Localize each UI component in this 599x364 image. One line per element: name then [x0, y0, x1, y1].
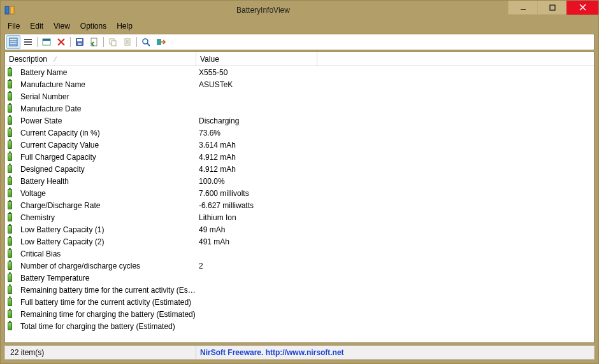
refresh-button[interactable] [87, 35, 101, 49]
battery-icon [8, 141, 18, 149]
table-row[interactable]: Critical Bias [5, 248, 594, 260]
menu-help[interactable]: Help [112, 20, 138, 32]
find-icon [141, 37, 151, 47]
copy-icon [108, 37, 118, 47]
battery-icon [8, 153, 18, 161]
row-description: Power State [18, 116, 196, 125]
row-value: Discharging [196, 116, 591, 125]
status-bar: 22 item(s) NirSoft Freeware. http://www.… [4, 346, 595, 360]
row-description: Voltage [18, 189, 196, 198]
save-button[interactable] [73, 35, 87, 49]
row-description: Manufacture Name [18, 80, 196, 89]
menu-file[interactable]: File [3, 20, 25, 32]
battery-icon [8, 177, 18, 185]
row-value: 100.0% [196, 177, 591, 186]
row-description: Charge/Discharge Rate [18, 201, 196, 210]
view-details-button[interactable] [6, 35, 20, 49]
table-row[interactable]: Low Battery Capacity (2)491 mAh [5, 235, 594, 248]
table-row[interactable]: Manufacture NameASUSTeK [5, 78, 594, 90]
row-description: Full Charged Capacity [18, 153, 196, 162]
list-view-icon [23, 37, 33, 47]
delete-button[interactable] [54, 35, 68, 49]
row-description: Battery Temperature [18, 274, 196, 283]
svg-rect-23 [112, 41, 116, 46]
copy-all-button[interactable] [120, 35, 134, 49]
battery-icon [8, 274, 18, 282]
toolbar-separator [135, 35, 138, 49]
table-row[interactable]: Total time for charging the battery (Est… [5, 320, 594, 332]
svg-rect-19 [77, 39, 82, 41]
row-description: Serial Number [18, 92, 196, 101]
toolbar-separator [102, 35, 105, 49]
window-title: BatteryInfoView [18, 1, 508, 20]
battery-icon [8, 262, 18, 270]
minimize-button[interactable] [508, 1, 537, 15]
row-value: Lithium Ion [196, 213, 591, 222]
menu-options[interactable]: Options [75, 20, 112, 32]
table-row[interactable]: Designed Capacity4.912 mAh [5, 163, 594, 175]
copy-button[interactable] [106, 35, 120, 49]
battery-icon [8, 129, 18, 137]
maximize-button[interactable] [537, 1, 567, 15]
details-view-icon [8, 37, 18, 47]
menu-view[interactable]: View [48, 20, 75, 32]
toolbar-container [1, 32, 598, 52]
properties-button[interactable] [40, 35, 54, 49]
table-row[interactable]: Full Charged Capacity4.912 mAh [5, 151, 594, 163]
column-header-value[interactable]: Value [196, 52, 317, 66]
table-row[interactable]: Current Capacity (in %)73.6% [5, 127, 594, 139]
table-row[interactable]: Manufacture Date [5, 102, 594, 115]
battery-icon [8, 104, 18, 113]
table-row[interactable]: Number of charge/discharge cycles2 [5, 260, 594, 272]
list-body[interactable]: Battery NameX555-50Manufacture NameASUST… [5, 66, 594, 342]
row-description: Remaining time for charging the battery … [18, 310, 196, 319]
list-view[interactable]: Description ⁄ Value Battery NameX555-50M… [4, 52, 595, 343]
battery-icon [8, 165, 18, 173]
row-value: 3.614 mAh [196, 141, 591, 150]
close-button[interactable] [567, 1, 598, 15]
svg-rect-12 [24, 41, 32, 43]
sort-indicator-icon: ⁄ [55, 55, 56, 63]
battery-icon [8, 68, 18, 76]
svg-rect-11 [24, 39, 32, 40]
row-value: 491 mAh [196, 237, 591, 246]
row-value: 49 mAh [196, 225, 591, 234]
table-row[interactable]: Current Capacity Value3.614 mAh [5, 139, 594, 151]
table-row[interactable]: Remaining battery time for the current a… [5, 284, 594, 296]
row-description: Low Battery Capacity (1) [18, 225, 196, 234]
battery-icon [8, 322, 18, 330]
table-row[interactable]: Power StateDischarging [5, 115, 594, 127]
table-row[interactable]: ChemistryLithium Ion [5, 211, 594, 223]
table-row[interactable]: Charge/Discharge Rate-6.627 milliwatts [5, 199, 594, 211]
refresh-icon [89, 37, 99, 47]
table-row[interactable]: Remaining time for charging the battery … [5, 308, 594, 320]
row-description: Current Capacity Value [18, 141, 196, 150]
table-row[interactable]: Full battery time for the current activi… [5, 296, 594, 308]
battery-icon [8, 298, 18, 306]
row-value: 73.6% [196, 129, 591, 137]
view-list-button[interactable] [21, 35, 35, 49]
delete-x-icon [56, 37, 66, 47]
svg-rect-4 [550, 5, 555, 10]
exit-button[interactable] [154, 35, 168, 49]
column-header-description[interactable]: Description ⁄ [5, 52, 196, 66]
column-header-spacer [317, 52, 594, 66]
battery-icon [8, 201, 18, 209]
table-row[interactable]: Battery Temperature [5, 272, 594, 284]
table-row[interactable]: Battery Health100.0% [5, 175, 594, 187]
svg-line-29 [147, 43, 150, 46]
status-link[interactable]: NirSoft Freeware. http://www.nirsoft.net [196, 346, 594, 359]
row-description: Remaining battery time for the current a… [18, 286, 196, 295]
table-row[interactable]: Low Battery Capacity (1)49 mAh [5, 223, 594, 235]
battery-icon [8, 116, 18, 125]
row-description: Chemistry [18, 213, 196, 222]
column-label: Value [200, 55, 219, 64]
table-row[interactable]: Serial Number [5, 90, 594, 102]
find-button[interactable] [139, 35, 153, 49]
menu-edit[interactable]: Edit [25, 20, 48, 32]
row-value: 4.912 mAh [196, 165, 591, 174]
battery-icon [8, 249, 18, 258]
table-row[interactable]: Battery NameX555-50 [5, 66, 594, 78]
table-row[interactable]: Voltage7.600 millivolts [5, 187, 594, 199]
nirsoft-link[interactable]: NirSoft Freeware. http://www.nirsoft.net [200, 348, 344, 357]
